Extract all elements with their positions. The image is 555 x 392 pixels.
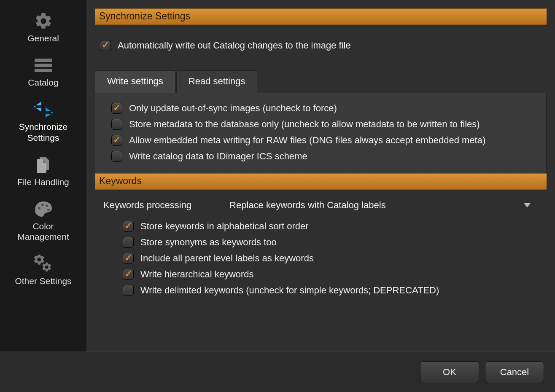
option-allow-embedded-raw[interactable]: Allow embedded meta writing for RAW file…: [111, 132, 540, 148]
option-only-update-out-of-sync[interactable]: Only update out-of-sync images (uncheck …: [111, 100, 540, 116]
option-label: Write catalog data to IDimager ICS schem…: [129, 151, 307, 162]
checkbox[interactable]: [111, 119, 122, 130]
tab-write-settings[interactable]: Write settings: [95, 70, 175, 93]
sidebar: General Catalog: [0, 0, 86, 352]
option-write-hierarchical[interactable]: Write hierarchical keywords: [118, 266, 539, 282]
svg-marker-4: [46, 107, 53, 118]
ok-button[interactable]: OK: [420, 361, 479, 383]
checkbox-auto-write[interactable]: [100, 40, 111, 51]
option-write-delimited[interactable]: Write delimited keywords (uncheck for si…: [118, 282, 539, 298]
sidebar-item-label: Color: [32, 221, 54, 231]
checkbox[interactable]: [123, 221, 134, 232]
checkbox[interactable]: [123, 237, 134, 248]
svg-point-8: [38, 207, 40, 209]
option-write-ics-scheme[interactable]: Write catalog data to IDimager ICS schem…: [111, 148, 540, 164]
keywords-area: Keywords processing Replace keywords wit…: [95, 190, 547, 302]
option-store-metadata-db-only[interactable]: Store metadata to the database only (unc…: [111, 116, 540, 132]
catalog-icon: [31, 56, 56, 75]
dialog-footer: OK Cancel: [0, 352, 555, 392]
sidebar-item-file-handling[interactable]: File Handling: [0, 150, 86, 194]
option-label: Only update out-of-sync images (uncheck …: [129, 103, 337, 114]
svg-point-9: [41, 204, 44, 206]
option-include-parent-labels[interactable]: Include all parent level labels as keywo…: [118, 250, 539, 266]
option-label: Write hierarchical keywords: [140, 269, 254, 280]
checkbox[interactable]: [111, 103, 122, 114]
sidebar-item-label: Other Settings: [15, 276, 71, 286]
tab-panel-write-settings: Only update out-of-sync images (uncheck …: [95, 93, 547, 173]
option-label: Allow embedded meta writing for RAW file…: [129, 135, 485, 146]
chevron-down-icon: [524, 203, 531, 207]
sidebar-item-label: Synchronize: [19, 121, 68, 132]
sidebar-item-label: Catalog: [28, 77, 58, 88]
gear-icon: [31, 12, 56, 30]
cancel-button[interactable]: Cancel: [485, 361, 544, 383]
sidebar-item-label: File Handling: [17, 177, 69, 187]
option-label: Store keywords in alphabetical sort orde…: [140, 221, 309, 232]
select-value: Replace keywords with Catalog labels: [229, 200, 386, 211]
keywords-processing-row: Keywords processing Replace keywords wit…: [103, 195, 539, 218]
checkbox[interactable]: [111, 151, 122, 162]
option-label: Automatically write out Catalog changes …: [118, 40, 351, 51]
option-store-alphabetical[interactable]: Store keywords in alphabetical sort orde…: [118, 218, 539, 234]
option-label: Store synonyms as keywords too: [140, 237, 277, 248]
tab-read-settings[interactable]: Read settings: [176, 70, 258, 93]
option-store-synonyms[interactable]: Store synonyms as keywords too: [118, 234, 539, 250]
files-icon: [31, 156, 56, 174]
svg-marker-3: [34, 102, 41, 112]
section-header-keywords: Keywords: [95, 173, 547, 190]
section-header-synchronize: Synchronize Settings: [95, 8, 547, 25]
sidebar-item-label-line2: Management: [17, 231, 69, 242]
app-window: General Catalog: [0, 0, 555, 392]
checkbox[interactable]: [123, 253, 134, 264]
sidebar-item-general[interactable]: General: [0, 6, 86, 50]
keywords-options: Store keywords in alphabetical sort orde…: [103, 218, 539, 298]
svg-point-11: [47, 209, 50, 211]
option-label: Include all parent level labels as keywo…: [140, 253, 314, 264]
svg-rect-1: [35, 64, 52, 67]
keywords-processing-select[interactable]: Replace keywords with Catalog labels: [229, 200, 533, 211]
option-label: Write delimited keywords (uncheck for si…: [140, 285, 439, 296]
sidebar-item-catalog[interactable]: Catalog: [0, 50, 86, 94]
sidebar-item-other-settings[interactable]: Other Settings: [0, 249, 86, 293]
svg-point-10: [46, 204, 48, 207]
sidebar-item-color-management[interactable]: Color Management: [0, 194, 86, 249]
sidebar-item-label: General: [27, 33, 59, 43]
body-row: General Catalog: [0, 0, 555, 352]
svg-rect-2: [35, 69, 52, 72]
sidebar-item-label-line2: Settings: [27, 132, 59, 143]
sync-arrows-icon: [31, 100, 56, 119]
tabs: Write settings Read settings: [95, 70, 547, 93]
option-auto-write[interactable]: Automatically write out Catalog changes …: [95, 38, 547, 54]
svg-rect-0: [35, 59, 52, 62]
palette-icon: [31, 200, 56, 218]
checkbox[interactable]: [123, 269, 134, 280]
content-panel: Synchronize Settings Automatically write…: [86, 0, 555, 352]
checkbox[interactable]: [111, 135, 122, 146]
gears-icon: [31, 255, 56, 273]
option-label: Store metadata to the database only (unc…: [129, 119, 480, 130]
sidebar-item-synchronize-settings[interactable]: Synchronize Settings: [0, 94, 86, 149]
keywords-processing-label: Keywords processing: [103, 200, 191, 211]
checkbox[interactable]: [123, 285, 134, 296]
